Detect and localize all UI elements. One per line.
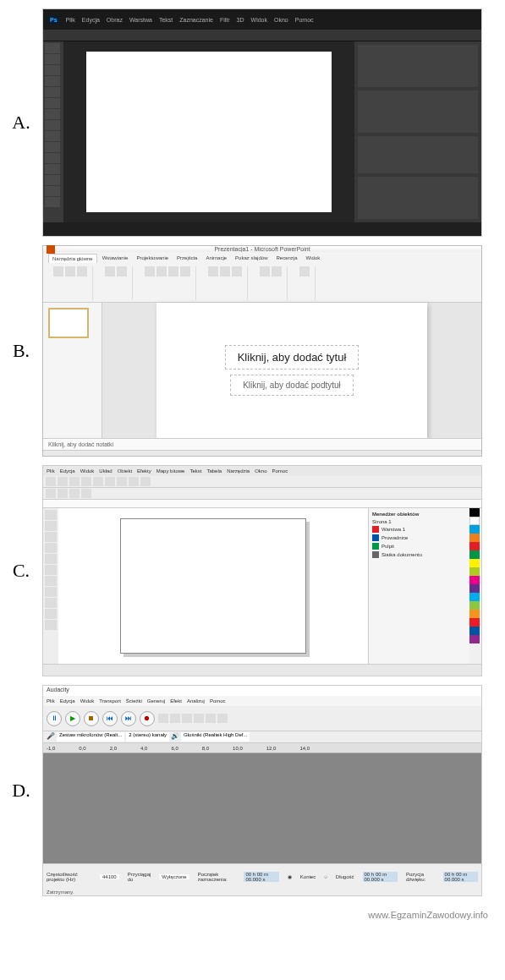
cut-icon[interactable] xyxy=(93,477,103,486)
menu-item[interactable]: Edycja xyxy=(60,468,75,474)
color-swatch[interactable] xyxy=(469,517,480,525)
slide-thumbnail[interactable] xyxy=(48,308,89,338)
align-right-icon[interactable] xyxy=(232,266,242,276)
pos-value[interactable]: 00 h 00 m 00.000 s xyxy=(443,872,478,882)
menu-item[interactable]: Plik xyxy=(66,17,75,23)
shapes-icon[interactable] xyxy=(260,266,270,276)
italic-icon[interactable] xyxy=(156,266,167,276)
copy-icon[interactable] xyxy=(105,477,115,486)
ps-canvas[interactable] xyxy=(86,52,332,212)
menu-item[interactable]: Obiekt xyxy=(118,468,132,474)
menu-item[interactable]: Widok xyxy=(251,17,267,23)
crop-tool-icon[interactable] xyxy=(45,532,57,542)
input-device[interactable]: Zestaw mikrofonów (Realt... xyxy=(57,732,124,742)
prop-icon[interactable] xyxy=(81,489,91,498)
snap-value[interactable]: Wyłączone xyxy=(159,874,189,879)
color-swatch[interactable] xyxy=(469,593,480,601)
move-tool-icon[interactable] xyxy=(45,43,60,53)
color-swatch[interactable] xyxy=(469,525,480,534)
copy-icon[interactable] xyxy=(77,266,87,276)
menu-item[interactable]: Obraz xyxy=(107,17,123,23)
pp-slide-panel[interactable] xyxy=(43,303,102,438)
color-swatch[interactable] xyxy=(469,567,480,576)
envelope-tool-icon[interactable] xyxy=(170,714,180,723)
selection-tool-icon[interactable] xyxy=(158,714,168,723)
layer-row[interactable]: Warstwa 1 xyxy=(372,526,466,533)
ps-layers-panel[interactable] xyxy=(358,136,478,173)
cd-canvas-area[interactable] xyxy=(58,508,368,664)
color-swatch[interactable] xyxy=(469,576,480,584)
au-transport-toolbar[interactable]: ⏸ ▶ ⏹ ⏮ ⏭ ⏺ xyxy=(43,706,481,731)
ps-properties-panel[interactable] xyxy=(358,177,478,219)
cd-menubar[interactable]: Plik Edycja Widok Układ Obiekt Efekty Ma… xyxy=(43,466,481,476)
menu-item[interactable]: Pomoc xyxy=(210,698,226,704)
ellipse-tool-icon[interactable] xyxy=(45,576,57,586)
color-swatch[interactable] xyxy=(469,584,480,593)
menu-item[interactable]: Ścieżki xyxy=(126,698,142,704)
rectangle-tool-icon[interactable] xyxy=(45,565,57,575)
color-swatch[interactable] xyxy=(469,508,480,517)
ribbon-tab[interactable]: Projektowanie xyxy=(133,254,172,262)
menu-item[interactable]: Plik xyxy=(47,468,55,474)
pick-tool-icon[interactable] xyxy=(45,510,57,520)
layer-row[interactable]: Pulpit xyxy=(372,543,466,550)
selstart-value[interactable]: 00 h 00 m 00.000 s xyxy=(244,872,278,882)
zoom-tool-icon[interactable] xyxy=(45,543,57,553)
ps-adjustments-panel[interactable] xyxy=(358,90,478,133)
hand-tool-icon[interactable] xyxy=(45,186,60,196)
menu-item[interactable]: 3D xyxy=(237,17,244,23)
cd-toolbox[interactable] xyxy=(43,508,58,664)
prop-icon[interactable] xyxy=(69,489,80,498)
end-radio[interactable]: Koniec xyxy=(300,874,316,879)
wand-tool-icon[interactable] xyxy=(45,76,60,86)
length-radio[interactable]: Długość xyxy=(336,874,354,879)
open-icon[interactable] xyxy=(58,477,68,486)
shape-tool-icon[interactable] xyxy=(45,521,57,531)
cd-toolbar[interactable] xyxy=(43,476,481,488)
menu-item[interactable]: Tekst xyxy=(189,468,201,474)
new-slide-icon[interactable] xyxy=(105,266,115,276)
menu-item[interactable]: Widok xyxy=(80,698,95,704)
menu-item[interactable]: Pomoc xyxy=(295,17,314,23)
au-track-area[interactable] xyxy=(43,753,481,863)
paste-icon[interactable] xyxy=(53,266,63,276)
zoom-tool-icon[interactable] xyxy=(45,197,60,207)
pp-app-icon[interactable] xyxy=(47,245,55,254)
outline-tool-icon[interactable] xyxy=(45,620,57,630)
pen-tool-icon[interactable] xyxy=(45,164,60,174)
record-button[interactable]: ⏺ xyxy=(140,711,155,726)
ribbon-tab[interactable]: Animacje xyxy=(202,254,230,262)
color-swatch[interactable] xyxy=(469,601,480,610)
cut-icon[interactable] xyxy=(65,266,75,276)
color-swatch[interactable] xyxy=(469,550,480,559)
pp-notes-pane[interactable]: Kliknij, aby dodać notatki xyxy=(43,438,481,450)
cd-property-bar[interactable] xyxy=(43,488,481,500)
color-swatch[interactable] xyxy=(469,559,480,567)
redo-icon[interactable] xyxy=(140,477,151,486)
color-swatch[interactable] xyxy=(469,627,480,635)
skip-end-button[interactable]: ⏭ xyxy=(121,711,136,726)
ribbon-tab[interactable]: Narzędzia główne xyxy=(48,254,97,263)
channels-select[interactable]: 2 (stereo) kanały xyxy=(126,732,169,742)
find-icon[interactable] xyxy=(299,266,310,276)
save-icon[interactable] xyxy=(69,477,80,486)
subtitle-placeholder[interactable]: Kliknij, aby dodać podtytuł xyxy=(230,375,354,396)
ribbon-tab[interactable]: Pokaz slajdów xyxy=(232,254,271,262)
crop-tool-icon[interactable] xyxy=(45,87,60,97)
menu-item[interactable]: Widok xyxy=(80,468,95,474)
menu-item[interactable]: Narzędzia xyxy=(227,468,250,474)
color-swatch[interactable] xyxy=(469,534,480,542)
ps-canvas-area[interactable] xyxy=(63,41,354,222)
ps-color-panel[interactable] xyxy=(358,45,478,87)
au-device-toolbar[interactable]: 🎤 Zestaw mikrofonów (Realt... 2 (stereo)… xyxy=(43,731,481,743)
selend-value[interactable]: 00 h 00 m 00.000 s xyxy=(363,872,398,882)
ps-options-bar[interactable] xyxy=(43,30,481,41)
color-swatch[interactable] xyxy=(469,610,480,618)
prop-icon[interactable] xyxy=(58,489,68,498)
pause-button[interactable]: ⏸ xyxy=(47,711,62,726)
layer-row[interactable]: Strona 1 xyxy=(372,519,466,524)
menu-item[interactable]: Zaznaczanie xyxy=(179,17,213,23)
eyedropper-tool-icon[interactable] xyxy=(45,98,60,108)
cd-docker[interactable]: Menedżer obiektów Strona 1 Warstwa 1 Pro… xyxy=(368,508,469,664)
marquee-tool-icon[interactable] xyxy=(45,54,60,64)
